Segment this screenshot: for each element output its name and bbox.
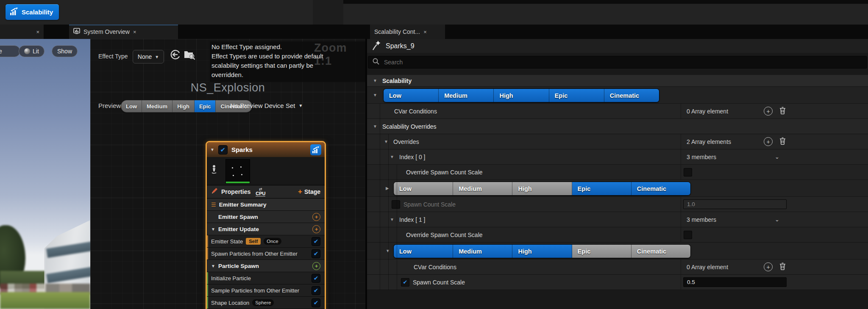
expand-arrow-icon[interactable]: ▼: [373, 78, 377, 83]
level-epic-selected[interactable]: Epic: [572, 182, 632, 195]
level-low-selected[interactable]: Low: [394, 245, 453, 258]
module-enabled-checkbox[interactable]: ✔: [312, 237, 320, 246]
delete-icon[interactable]: [779, 262, 786, 271]
delete-icon[interactable]: [779, 107, 786, 116]
level-medium-selected[interactable]: Medium: [453, 245, 512, 258]
section-particle-spawn[interactable]: ▼ Particle Spawn +: [207, 260, 325, 272]
override-checkbox-unchecked[interactable]: [684, 168, 692, 177]
level-epic[interactable]: Epic: [549, 89, 604, 102]
tab-viewport-cut[interactable]: ×: [0, 25, 44, 39]
add-module-icon[interactable]: +: [312, 262, 320, 270]
add-module-icon[interactable]: +: [312, 213, 320, 221]
close-icon[interactable]: ×: [423, 29, 427, 35]
delete-icon[interactable]: [779, 137, 786, 146]
preview-level-low[interactable]: Low: [121, 100, 142, 112]
expand-arrow-icon[interactable]: ▼: [390, 217, 394, 222]
node-scalability-icon[interactable]: [310, 144, 321, 155]
section-emitter-spawn[interactable]: Emitter Spawn +: [207, 211, 325, 223]
use-selected-asset-icon[interactable]: [170, 49, 181, 62]
level-low[interactable]: Low: [384, 89, 439, 102]
section-emitter-summary[interactable]: ☰ Emitter Summary: [207, 199, 325, 211]
level-cinematic[interactable]: Cinematic: [632, 245, 690, 258]
tab-system-overview[interactable]: System Overview ×: [69, 25, 178, 39]
expand-arrow-icon[interactable]: ▼: [386, 248, 390, 253]
lit-mode-button[interactable]: Lit: [19, 45, 45, 57]
add-stage-button[interactable]: + Stage: [298, 188, 320, 196]
module-spawn-particles-other-emitter[interactable]: Spawn Particles from Other Emitter ✔: [207, 248, 325, 260]
level-medium[interactable]: Medium: [439, 89, 494, 102]
index-1-cvar-conditions-row[interactable]: CVar Conditions 0 Array element +: [367, 259, 868, 275]
collapse-arrow-icon[interactable]: ▼: [210, 147, 214, 152]
node-properties-row[interactable]: Properties ⇄CPU + Stage: [207, 185, 325, 199]
quality-level-selector-index1[interactable]: Low Medium High Epic Cinematic: [393, 244, 691, 258]
spawn-count-scale-row-0[interactable]: Spawn Count Scale 1.0: [367, 197, 868, 212]
expand-arrow-icon[interactable]: ▼: [373, 93, 377, 97]
expand-arrow-icon[interactable]: ▼: [384, 139, 388, 144]
override-spawn-count-scale-row-0[interactable]: Override Spawn Count Scale: [367, 165, 868, 180]
level-medium[interactable]: Medium: [453, 182, 512, 195]
module-emitter-state[interactable]: Emitter State Self Once ✔: [207, 235, 325, 248]
browse-to-asset-icon[interactable]: [184, 49, 195, 62]
level-epic[interactable]: Epic: [572, 245, 632, 258]
overrides-row[interactable]: ▼ Overrides 2 Array elements +: [367, 134, 868, 149]
override-spawn-count-scale-row-1[interactable]: Override Spawn Count Scale: [367, 227, 868, 243]
spawn-count-scale-input[interactable]: 0.5: [683, 277, 787, 287]
level-cinematic-selected[interactable]: Cinematic: [632, 182, 690, 195]
collapse-arrow-icon[interactable]: ▼: [211, 264, 215, 268]
search-input[interactable]: [383, 58, 809, 66]
level-high[interactable]: High: [494, 89, 549, 102]
perspective-menu-button[interactable]: tive: [0, 45, 20, 57]
effect-type-dropdown[interactable]: None ▼: [133, 50, 164, 63]
property-checkbox-unchecked[interactable]: [392, 200, 400, 209]
platform-quality-row[interactable]: ▼ Low Medium High Epic Cinematic: [367, 87, 868, 104]
emitter-preview-thumbnail[interactable]: [225, 159, 250, 184]
expand-arrow-icon[interactable]: ▼: [390, 154, 394, 159]
scalability-mode-button[interactable]: Scalability: [6, 4, 59, 20]
add-element-icon[interactable]: +: [764, 262, 773, 271]
module-enabled-checkbox[interactable]: ✔: [312, 249, 320, 258]
module-enabled-checkbox[interactable]: ✔: [312, 286, 320, 295]
level-low[interactable]: Low: [394, 182, 453, 195]
section-emitter-update[interactable]: ▼ Emitter Update +: [207, 223, 325, 235]
collapse-arrow-icon[interactable]: ▼: [211, 227, 215, 232]
show-menu-button[interactable]: Show: [52, 45, 78, 57]
chevron-down-icon[interactable]: ⌄: [775, 216, 779, 223]
spawn-count-scale-input-disabled[interactable]: 1.0: [683, 199, 787, 209]
index-0-quality-row[interactable]: ▶ Low Medium High Epic Cinematic: [367, 180, 868, 197]
emitter-node-sparks[interactable]: ▼ ✔ Sparks Properties: [206, 141, 326, 309]
override-checkbox-unchecked[interactable]: [684, 231, 692, 239]
quality-level-selector-index0[interactable]: Low Medium High Epic Cinematic: [393, 182, 691, 196]
section-scalability[interactable]: ▼ Scalability: [367, 75, 868, 87]
quality-level-selector-all[interactable]: Low Medium High Epic Cinematic: [383, 88, 659, 102]
preview-device-set-dropdown[interactable]: No Preview Device Set ▼: [230, 102, 303, 109]
search-bar[interactable]: [368, 56, 867, 69]
expand-arrow-icon[interactable]: ▼: [373, 124, 377, 129]
add-module-icon[interactable]: +: [312, 225, 320, 233]
preview-viewport[interactable]: tive Lit Show: [0, 39, 90, 309]
index-1-quality-row[interactable]: ▼ Low Medium High Epic Cinematic: [367, 243, 868, 259]
module-enabled-checkbox[interactable]: ✔: [312, 274, 320, 283]
add-element-icon[interactable]: +: [764, 107, 773, 116]
system-overview-graph[interactable]: Effect Type None ▼ Zoom 1:1 No Effect Ty…: [90, 39, 365, 309]
property-checkbox-checked[interactable]: ✔: [401, 278, 409, 287]
close-icon[interactable]: ×: [133, 29, 136, 35]
preview-level-epic-selected[interactable]: Epic: [195, 100, 216, 112]
module-enabled-checkbox[interactable]: ✔: [312, 298, 320, 307]
level-high[interactable]: High: [512, 182, 572, 195]
module-shape-location[interactable]: Shape Location Sphere ✔: [207, 297, 325, 309]
chevron-down-icon[interactable]: ⌄: [775, 154, 779, 160]
section-scalability-overrides[interactable]: ▼ Scalability Overrides: [367, 119, 868, 134]
level-high-selected[interactable]: High: [512, 245, 572, 258]
preview-level-medium[interactable]: Medium: [142, 100, 172, 112]
module-initialize-particle[interactable]: Initialize Particle ✔: [207, 272, 325, 284]
tab-scalability-content[interactable]: Scalability Cont... ×: [370, 25, 445, 39]
module-sample-particles-other-emitter[interactable]: Sample Particles from Other Emitter ✔: [207, 284, 325, 297]
node-header[interactable]: ▼ ✔ Sparks: [207, 142, 325, 157]
emitter-enabled-checkbox[interactable]: ✔: [218, 145, 228, 154]
index-0-row[interactable]: ▼ Index [ 0 ] 3 members ⌄: [367, 149, 868, 165]
index-1-row[interactable]: ▼ Index [ 1 ] 3 members ⌄: [367, 212, 868, 227]
preview-level-high[interactable]: High: [172, 100, 195, 112]
cvar-conditions-row[interactable]: CVar Conditions 0 Array element +: [367, 104, 868, 119]
close-icon[interactable]: ×: [36, 29, 39, 35]
spawn-count-scale-row-1[interactable]: ✔ Spawn Count Scale 0.5: [367, 275, 868, 290]
